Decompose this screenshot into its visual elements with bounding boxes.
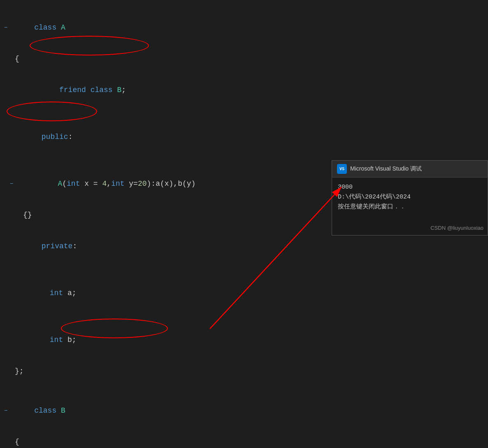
line-empty-body-a: {} [0,207,337,223]
terminal-line-3: 按任意键关闭此窗口．． [338,202,482,212]
line-int-a: int a; [0,270,337,316]
line-constructor-a: − A(int x = 4,int y=20):a(x),b(y) [0,160,337,207]
line-private-a: private: [0,223,337,270]
code-class-b: class B [7,387,337,434]
terminal-line-1: 3000 [338,182,482,192]
terminal-panel: VS Microsoft Visual Studio 调试 3000 D:\代码… [332,160,488,236]
code-constructor-a: A(int x = 4,int y=20):a(x),b(y) [13,160,337,207]
terminal-title: Microsoft Visual Studio 调试 [350,165,422,173]
code-public-a: public: [15,113,337,160]
vs-icon: VS [337,164,347,174]
collapse-class-a[interactable]: − [4,24,7,31]
terminal-line-2: D:\代码\2024代码\2024 [338,192,482,202]
line-public-a: public: [0,113,337,160]
csdn-watermark: CSDN @liuyunluoxiao [430,225,483,231]
terminal-titlebar: VS Microsoft Visual Studio 调试 [332,161,488,178]
line-int-b: int b; [0,316,337,363]
code-int-b: int b; [23,316,337,363]
line-open-brace-a: { [0,51,337,67]
code-int-a: int a; [23,270,337,316]
line-open-brace-b: { [0,434,337,448]
line-class-a: − class A [0,4,337,51]
collapse-class-b[interactable]: − [4,407,7,414]
code-class-a: class A [7,4,337,51]
code-close-a: }; [15,363,337,379]
code-open-brace-b: { [15,434,337,448]
line-close-a: }; [0,363,337,379]
code-private-a: private: [15,223,337,270]
code-empty-body-a: {} [23,207,337,223]
code-open-brace-a: { [15,51,337,67]
code-friend-class-b: friend class B; [15,67,337,113]
line-friend-class-b: friend class B; [0,67,337,113]
code-editor: − class A { friend class B; public: − A(… [0,0,337,448]
line-class-b: − class B [0,387,337,434]
collapse-constructor-a[interactable]: − [10,180,13,187]
